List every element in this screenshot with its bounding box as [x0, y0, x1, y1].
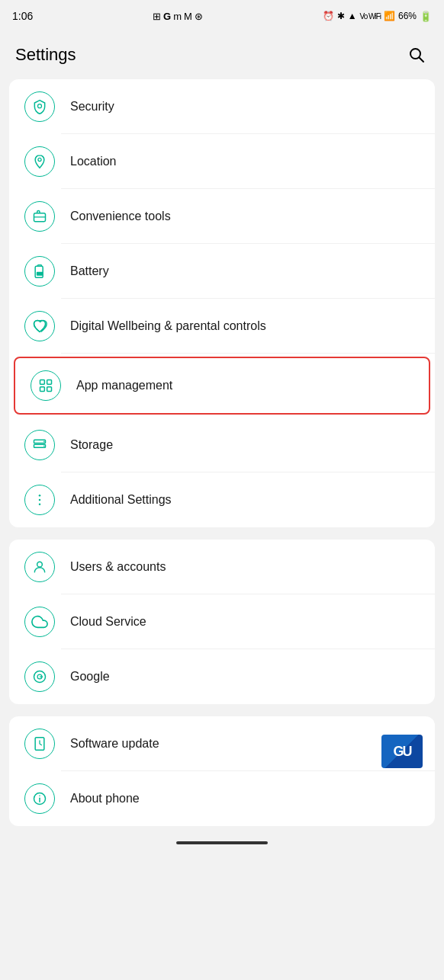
svg-point-28	[39, 795, 40, 796]
location-icon-container	[24, 146, 55, 177]
about-phone-icon-container	[24, 783, 55, 814]
svg-rect-12	[47, 380, 52, 385]
svg-point-17	[43, 441, 45, 443]
app-management-icon-container	[31, 370, 61, 401]
users-icon-container	[24, 552, 55, 582]
convenience-icon-container	[24, 201, 55, 232]
watermark: GU	[381, 735, 423, 768]
svg-point-3	[38, 158, 41, 161]
briefcase-icon	[32, 209, 47, 224]
storage-icon	[32, 437, 47, 453]
m-icon: m	[173, 11, 182, 22]
svg-rect-10	[37, 272, 43, 276]
google-icon-container	[24, 661, 55, 692]
wifi-icon: ▲	[348, 11, 357, 21]
svg-point-21	[39, 504, 41, 506]
settings-item-additional[interactable]: Additional Settings	[9, 472, 435, 527]
status-bar: 1:06 ⊞ G m M ⊛ ⏰ ✱ ▲ Vo WiFi 📶 66% 🔋	[0, 0, 444, 30]
more-icon	[32, 492, 47, 508]
status-icons: ⏰ ✱ ▲ Vo WiFi 📶 66% 🔋	[323, 11, 432, 22]
cloud-icon	[31, 613, 48, 630]
alarm-icon: ⏰	[323, 11, 334, 21]
app-management-label: App management	[76, 379, 172, 392]
home-indicator	[176, 841, 268, 844]
grid-icon: ⊞	[153, 11, 161, 22]
wellbeing-label: Digital Wellbeing & parental controls	[70, 319, 266, 333]
security-icon-container	[24, 91, 55, 122]
settings-item-users[interactable]: Users & accounts	[9, 540, 435, 594]
bottom-bar	[0, 832, 444, 850]
settings-item-convenience[interactable]: Convenience tools	[9, 189, 435, 244]
search-button[interactable]	[404, 43, 429, 67]
settings-group-2: Users & accounts Cloud Service Google	[9, 540, 435, 704]
settings-item-app-management[interactable]: App management	[14, 357, 430, 415]
settings-group-3: Software update GU About phone	[9, 716, 435, 826]
battery-percent: 66%	[398, 11, 417, 21]
svg-point-19	[39, 495, 41, 497]
svg-rect-14	[47, 387, 52, 392]
apps-icon	[38, 378, 53, 393]
heart-icon	[32, 319, 47, 334]
settings-item-about-phone[interactable]: About phone	[9, 771, 435, 826]
battery-label: Battery	[70, 264, 109, 278]
software-update-icon-container	[24, 729, 55, 759]
users-label: Users & accounts	[70, 560, 166, 574]
svg-point-22	[37, 562, 43, 567]
svg-point-20	[39, 499, 41, 501]
vowifi-icon: Vo WiFi	[360, 12, 381, 21]
wellbeing-icon-container	[24, 311, 55, 341]
settings-item-battery[interactable]: Battery	[9, 244, 435, 299]
settings-item-cloud[interactable]: Cloud Service	[9, 594, 435, 649]
google-icon	[32, 669, 47, 684]
settings-item-software-update[interactable]: Software update GU	[9, 716, 435, 771]
location-icon	[32, 154, 47, 169]
svg-rect-13	[40, 387, 45, 392]
battery-setting-icon	[32, 264, 47, 279]
location-label: Location	[70, 155, 117, 168]
storage-icon-container	[24, 430, 55, 460]
settings-group-1: Security Location Convenience tools	[9, 79, 435, 527]
info-icon	[32, 791, 47, 806]
battery-icon-container	[24, 256, 55, 287]
additional-icon-container	[24, 485, 55, 515]
app-icon: ⊛	[195, 11, 203, 22]
signal-icon: 📶	[384, 11, 395, 21]
cloud-icon-container	[24, 607, 55, 637]
page-header: Settings	[0, 30, 444, 76]
svg-line-1	[420, 58, 424, 62]
settings-item-security[interactable]: Security	[9, 79, 435, 134]
page-title: Settings	[15, 45, 76, 65]
storage-label: Storage	[70, 438, 113, 452]
settings-item-location[interactable]: Location	[9, 134, 435, 189]
additional-label: Additional Settings	[70, 493, 172, 507]
svg-rect-11	[40, 380, 45, 385]
g-icon: G	[163, 11, 171, 22]
security-label: Security	[70, 100, 114, 114]
google-label: Google	[70, 670, 110, 684]
update-icon	[32, 736, 47, 751]
battery-icon: 🔋	[420, 11, 432, 22]
bluetooth-icon: ✱	[337, 11, 345, 21]
notification-icons: ⊞ G m M ⊛	[153, 11, 203, 22]
status-time: 1:06	[12, 10, 33, 22]
convenience-label: Convenience tools	[70, 210, 171, 223]
svg-point-2	[38, 104, 42, 108]
cloud-label: Cloud Service	[70, 615, 146, 629]
software-update-label: Software update	[70, 737, 159, 751]
mail-icon: M	[184, 11, 192, 22]
user-icon	[32, 559, 47, 575]
shield-icon	[32, 99, 47, 114]
settings-item-google[interactable]: Google	[9, 649, 435, 704]
search-icon	[407, 46, 426, 64]
settings-item-storage[interactable]: Storage	[9, 418, 435, 472]
svg-point-18	[43, 445, 45, 447]
settings-item-wellbeing[interactable]: Digital Wellbeing & parental controls	[9, 299, 435, 354]
about-phone-label: About phone	[70, 792, 140, 805]
